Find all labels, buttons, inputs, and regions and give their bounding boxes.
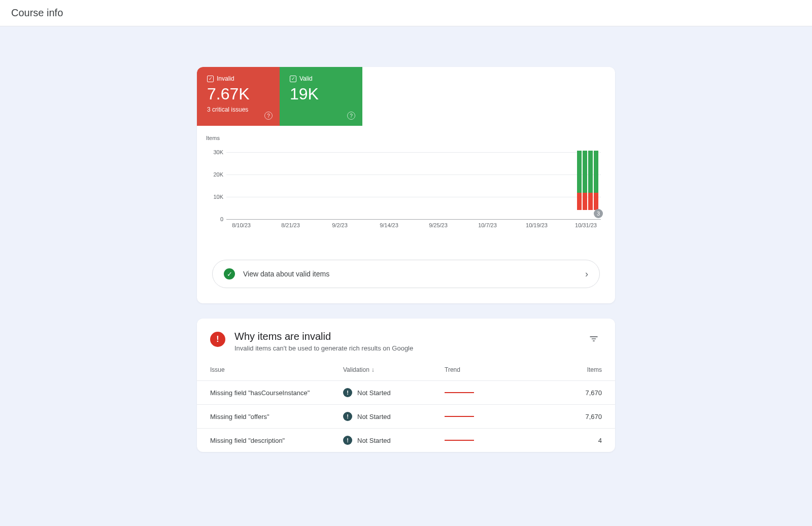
validation-status: Not Started (357, 413, 391, 420)
status-icon: ! (343, 436, 352, 445)
main-container: ✓ Invalid 7.67K 3 critical issues ? ✓ Va… (197, 67, 615, 452)
help-icon[interactable]: ? (264, 112, 273, 120)
bar-invalid (588, 193, 593, 210)
cell-validation: !Not Started (343, 436, 445, 445)
ytick: 0 (206, 216, 223, 222)
gridline (226, 152, 601, 153)
bar-valid (577, 151, 582, 193)
validation-status: Not Started (357, 437, 391, 444)
cell-trend (445, 440, 546, 441)
xtick: 8/21/23 (281, 222, 300, 228)
bar-valid (594, 151, 598, 193)
cell-issue: Missing field "offers" (210, 413, 343, 420)
summary-tiles: ✓ Invalid 7.67K 3 critical issues ? ✓ Va… (197, 67, 615, 126)
tile-invalid-label-row: ✓ Invalid (207, 75, 269, 82)
arrow-down-icon: ↓ (371, 366, 375, 373)
page-header: Course info (0, 0, 812, 26)
gridline (226, 219, 601, 220)
bar-invalid (577, 193, 582, 210)
tile-valid-label-row: ✓ Valid (290, 75, 352, 82)
ytick: 30K (206, 149, 223, 155)
issues-heading-block: Why items are invalid Invalid items can'… (234, 331, 413, 352)
bars-cluster (577, 151, 598, 210)
chevron-right-icon: › (585, 269, 588, 279)
view-valid-label: View data about valid items (243, 270, 577, 278)
trend-sparkline (445, 416, 474, 417)
bar-column (583, 151, 587, 210)
cell-trend (445, 416, 546, 417)
xtick: 9/14/23 (380, 222, 398, 228)
xtick: 9/25/23 (429, 222, 448, 228)
chart-badge[interactable]: 3 (594, 209, 603, 218)
checkbox-icon[interactable]: ✓ (290, 76, 296, 82)
tile-valid-label: Valid (299, 75, 313, 82)
tile-invalid-value: 7.67K (207, 85, 269, 103)
help-icon[interactable]: ? (347, 112, 355, 120)
validation-status: Not Started (357, 389, 391, 397)
ytick: 10K (206, 194, 223, 200)
bar-valid (583, 151, 587, 193)
gridline (226, 197, 601, 197)
check-circle-icon: ✓ (224, 268, 235, 279)
trend-sparkline (445, 392, 474, 393)
issue-row[interactable]: Missing field "offers"!Not Started7,670 (197, 405, 615, 429)
xtick: 8/10/23 (232, 222, 251, 228)
items-chart[interactable]: 010K20K30K3 (226, 143, 601, 219)
bar-column (588, 151, 593, 210)
cell-issue: Missing field "description" (210, 437, 343, 444)
cell-trend (445, 392, 546, 393)
cell-items: 7,670 (546, 413, 602, 420)
tile-invalid-label: Invalid (217, 75, 234, 82)
tile-valid[interactable]: ✓ Valid 19K ? (280, 67, 362, 126)
th-issue[interactable]: Issue (210, 366, 343, 373)
page-title: Course info (11, 7, 801, 19)
filter-icon[interactable] (586, 331, 602, 348)
bar-column (577, 151, 582, 210)
alert-icon: ! (210, 332, 225, 347)
issues-table: Issue Validation ↓ Trend Items Missing f… (197, 359, 615, 452)
cell-validation: !Not Started (343, 412, 445, 421)
th-items[interactable]: Items (546, 366, 602, 373)
bar-valid (588, 151, 593, 193)
tile-invalid-sub: 3 critical issues (207, 106, 269, 113)
bar-invalid (583, 193, 587, 210)
gridline (226, 174, 601, 175)
issues-subtitle: Invalid items can't be used to generate … (234, 344, 413, 352)
chart-ylabel: Items (206, 135, 601, 141)
view-valid-items-button[interactable]: ✓ View data about valid items › (212, 260, 600, 288)
th-validation-label: Validation (343, 366, 369, 373)
cell-items: 7,670 (546, 389, 602, 397)
issues-table-header: Issue Validation ↓ Trend Items (197, 359, 615, 381)
chart-xaxis: 8/10/238/21/239/2/239/14/239/25/2310/7/2… (226, 222, 601, 234)
status-icon: ! (343, 388, 352, 397)
bar-invalid (594, 193, 598, 210)
status-icon: ! (343, 412, 352, 421)
cell-validation: !Not Started (343, 388, 445, 397)
issues-card: ! Why items are invalid Invalid items ca… (197, 319, 615, 452)
xtick: 9/2/23 (332, 222, 348, 228)
xtick: 10/19/23 (526, 222, 548, 228)
tile-invalid[interactable]: ✓ Invalid 7.67K 3 critical issues ? (197, 67, 280, 126)
xtick: 10/7/23 (478, 222, 497, 228)
issues-header: ! Why items are invalid Invalid items ca… (197, 319, 615, 359)
issue-row[interactable]: Missing field "hasCourseInstance"!Not St… (197, 381, 615, 405)
th-trend[interactable]: Trend (445, 366, 546, 373)
chart-area: Items 010K20K30K3 8/10/238/21/239/2/239/… (197, 126, 615, 250)
bar-column (594, 151, 598, 210)
tile-valid-value: 19K (290, 85, 352, 103)
ytick: 20K (206, 171, 223, 178)
trend-sparkline (445, 440, 474, 441)
xtick: 10/31/23 (575, 222, 597, 228)
th-validation[interactable]: Validation ↓ (343, 366, 445, 373)
issues-title: Why items are invalid (234, 331, 413, 342)
cell-issue: Missing field "hasCourseInstance" (210, 389, 343, 397)
summary-card: ✓ Invalid 7.67K 3 critical issues ? ✓ Va… (197, 67, 615, 303)
checkbox-icon[interactable]: ✓ (207, 76, 214, 82)
cell-items: 4 (546, 437, 602, 444)
issue-row[interactable]: Missing field "description"!Not Started4 (197, 429, 615, 452)
